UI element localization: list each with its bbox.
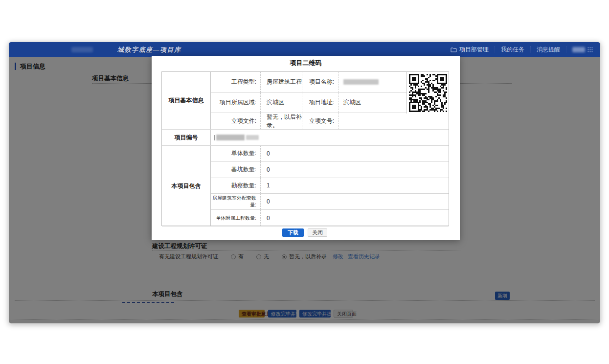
field-label: 单体数量: xyxy=(211,149,260,158)
apps-grid-icon[interactable] xyxy=(587,46,593,53)
modal-buttons: 下载 关闭 xyxy=(152,228,460,238)
redacted-project-name xyxy=(343,79,379,85)
field-value: 0 xyxy=(260,210,449,226)
table-group-includes: 本项目包含 单体数量: 0 基坑数量: 0 勘察数量: 1 xyxy=(162,146,449,227)
field-value: 暂无，以后补录。 xyxy=(260,113,302,129)
field-value: 滨城区 xyxy=(260,93,302,113)
table-group-basic: 项目基本信息 工程类型: 房屋建筑工程 项目名称: 项目所属区域: 滨城区 项目… xyxy=(162,72,449,130)
field-value: 房屋建筑工程 xyxy=(260,72,302,92)
field-label: 单体附属工程数量: xyxy=(211,215,260,222)
field-label: 项目所属区域: xyxy=(211,98,260,107)
redacted-mark xyxy=(214,135,215,140)
table-row: 勘察数量: 1 xyxy=(211,178,449,194)
redacted-project-number xyxy=(216,135,245,140)
group-label-includes: 本项目包含 xyxy=(162,146,211,226)
field-label: 勘察数量: xyxy=(211,182,260,190)
nav-project-dept[interactable]: 项目部管理 xyxy=(445,46,495,54)
field-label: 房屋建筑室外配套数量: xyxy=(211,195,260,208)
field-value: 0 xyxy=(260,194,449,209)
redacted-project-number xyxy=(246,135,259,140)
field-label: 项目名称: xyxy=(302,72,338,92)
field-value: 1 xyxy=(260,178,449,194)
table-row: 基坑数量: 0 xyxy=(211,162,449,178)
group-label-basic: 项目基本信息 xyxy=(162,72,211,129)
redacted-logo xyxy=(71,47,93,52)
nav-my-tasks-label: 我的任务 xyxy=(501,46,524,54)
redacted-username xyxy=(572,47,585,52)
download-button[interactable]: 下载 xyxy=(282,228,304,237)
field-label: 立项文件: xyxy=(211,117,260,125)
field-value: 0 xyxy=(260,146,449,161)
nav-project-dept-label: 项目部管理 xyxy=(459,46,489,54)
qr-code-image xyxy=(409,74,447,112)
table-row: 立项文件: 暂无，以后补录。 立项文号: xyxy=(211,113,449,129)
table-group-number: 项目编号 xyxy=(162,130,449,146)
field-label: 立项文号: xyxy=(302,113,338,129)
nav-separator xyxy=(566,46,566,52)
header-nav: 项目部管理 我的任务 消息提醒 xyxy=(445,42,595,57)
table-row: 单体数量: 0 xyxy=(211,146,449,162)
field-value: 0 xyxy=(260,162,449,178)
table-row: 单体附属工程数量: 0 xyxy=(211,210,449,226)
table-row: 房屋建筑室外配套数量: 0 xyxy=(211,194,449,210)
app-window: 城数字底座—项目库 项目部管理 我的任务 消息提醒 xyxy=(8,42,601,324)
group-label-number: 项目编号 xyxy=(162,130,211,145)
top-header: 城数字底座—项目库 项目部管理 我的任务 消息提醒 xyxy=(9,42,600,57)
qr-code-cell xyxy=(406,72,449,114)
qr-info-table: 项目基本信息 工程类型: 房屋建筑工程 项目名称: 项目所属区域: 滨城区 项目… xyxy=(161,71,449,226)
project-number-cell xyxy=(211,130,449,145)
modal-title: 项目二维码 xyxy=(152,56,460,68)
folder-icon xyxy=(451,47,457,52)
field-label: 项目地址: xyxy=(302,93,338,113)
close-button[interactable]: 关闭 xyxy=(308,228,327,237)
field-label: 工程类型: xyxy=(211,78,260,86)
field-value xyxy=(338,113,449,129)
field-label: 基坑数量: xyxy=(211,165,260,174)
nav-my-tasks[interactable]: 我的任务 xyxy=(495,46,530,54)
qr-code-modal: 项目二维码 项目基本信息 工程类型: 房屋建筑工程 项目名称: 项目所属区域: xyxy=(152,56,460,240)
nav-messages-label: 消息提醒 xyxy=(537,46,560,54)
nav-messages[interactable]: 消息提醒 xyxy=(531,46,566,54)
app-title: 城数字底座—项目库 xyxy=(117,46,181,54)
